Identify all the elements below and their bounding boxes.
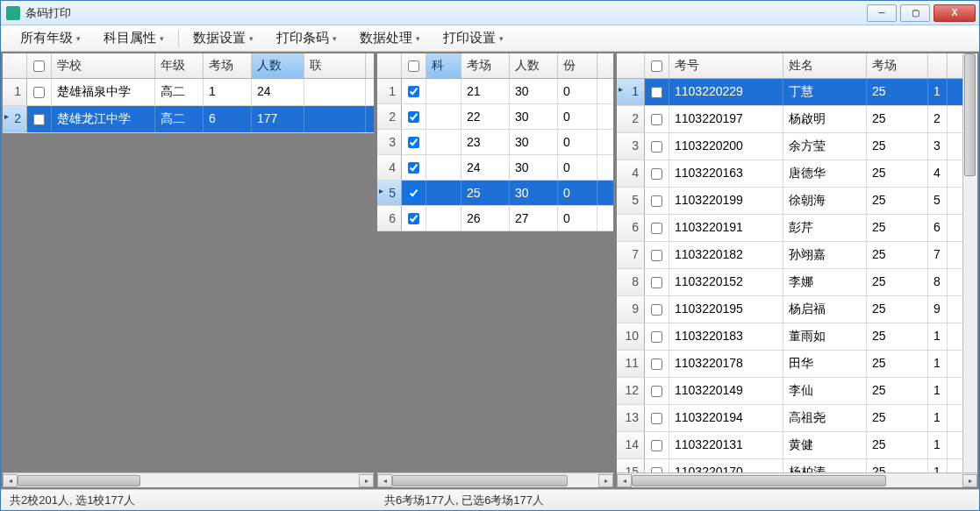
row-checkbox[interactable] [408, 188, 419, 199]
row-checkbox[interactable] [651, 223, 662, 234]
scroll-left-button[interactable]: ◂ [3, 474, 18, 487]
table-row[interactable]: 323300 [377, 130, 613, 155]
h-scrollbar[interactable]: ◂ ▸ [3, 472, 374, 487]
row-checkbox[interactable] [651, 413, 662, 424]
row-checkbox[interactable] [651, 87, 662, 98]
row-checkbox[interactable] [651, 195, 662, 207]
checkbox-cell[interactable] [645, 351, 669, 377]
column-header[interactable] [617, 53, 645, 78]
row-checkbox[interactable] [408, 111, 419, 123]
column-header[interactable] [645, 53, 669, 78]
checkbox-cell[interactable] [645, 160, 669, 187]
column-header[interactable]: 份 [558, 53, 597, 78]
column-header[interactable]: 考场 [867, 53, 928, 78]
checkbox-cell[interactable] [645, 432, 669, 458]
table-row[interactable]: 151103220170杨柏涛251 [617, 459, 962, 472]
row-checkbox[interactable] [651, 250, 662, 261]
menu-print-barcode[interactable]: 打印条码▾ [266, 26, 347, 50]
column-header[interactable]: 科 [426, 53, 461, 78]
scroll-thumb[interactable] [632, 475, 886, 486]
table-row[interactable]: 41103220163唐德华254 [617, 160, 962, 188]
menu-data-process[interactable]: 数据处理▾ [349, 26, 431, 50]
table-row[interactable]: 81103220152李娜258 [617, 269, 962, 296]
select-all-checkbox[interactable] [408, 60, 419, 72]
scroll-right-button[interactable]: ▸ [359, 474, 374, 487]
table-row[interactable]: 31103220200余方莹253 [617, 133, 962, 160]
scroll-thumb[interactable] [392, 475, 568, 486]
table-row[interactable]: 111103220178田华251 [617, 351, 962, 378]
scroll-left-button[interactable]: ◂ [617, 474, 632, 487]
row-checkbox[interactable] [408, 137, 419, 148]
row-checkbox[interactable] [651, 331, 662, 343]
table-row[interactable]: 21103220197杨啟明252 [617, 106, 962, 133]
h-scrollbar[interactable]: ◂ ▸ [617, 472, 977, 487]
row-checkbox[interactable] [651, 440, 662, 451]
row-checkbox[interactable] [651, 277, 662, 288]
column-header[interactable]: 联 [304, 53, 366, 78]
checkbox-cell[interactable] [402, 79, 426, 103]
select-all-checkbox[interactable] [651, 60, 662, 72]
scroll-right-button[interactable]: ▸ [598, 474, 613, 487]
scroll-left-button[interactable]: ◂ [377, 474, 392, 487]
maximize-button[interactable]: ▢ [900, 4, 930, 22]
table-row[interactable]: 141103220131黄健251 [617, 432, 962, 459]
table-row[interactable]: 11103220229丁慧251 [617, 79, 962, 106]
checkbox-cell[interactable] [645, 323, 669, 350]
row-checkbox[interactable] [651, 386, 662, 397]
checkbox-cell[interactable] [402, 206, 426, 231]
checkbox-cell[interactable] [645, 188, 669, 214]
table-row[interactable]: 121300 [377, 79, 613, 104]
row-checkbox[interactable] [408, 162, 419, 174]
table-row[interactable]: 51103220199徐朝海255 [617, 188, 962, 215]
checkbox-cell[interactable] [645, 378, 669, 404]
column-header[interactable] [402, 53, 426, 78]
table-row[interactable]: 1楚雄福泉中学高二124 [3, 79, 374, 106]
scroll-right-button[interactable]: ▸ [962, 474, 977, 487]
column-header[interactable]: 考场 [204, 53, 252, 78]
row-checkbox[interactable] [651, 168, 662, 180]
row-checkbox[interactable] [651, 304, 662, 316]
column-header[interactable]: 年级 [155, 53, 204, 78]
checkbox-cell[interactable] [402, 104, 426, 129]
table-row[interactable]: 121103220149李仙251 [617, 378, 962, 405]
checkbox-cell[interactable] [645, 79, 669, 105]
row-checkbox[interactable] [651, 358, 662, 370]
checkbox-cell[interactable] [645, 106, 669, 132]
column-header[interactable] [27, 53, 52, 78]
checkbox-cell[interactable] [27, 79, 52, 105]
h-scrollbar[interactable]: ◂ ▸ [377, 472, 613, 487]
menu-subject-attr[interactable]: 科目属性▾ [93, 26, 175, 50]
row-checkbox[interactable] [33, 114, 45, 125]
scroll-thumb[interactable] [18, 475, 140, 486]
row-checkbox[interactable] [651, 141, 662, 153]
menu-data-settings[interactable]: 数据设置▾ [182, 26, 264, 50]
checkbox-cell[interactable] [645, 459, 669, 472]
table-row[interactable]: 222300 [377, 104, 613, 130]
checkbox-cell[interactable] [27, 106, 52, 132]
column-header[interactable]: 学校 [52, 53, 155, 78]
column-header[interactable] [377, 53, 402, 78]
table-row[interactable]: 101103220183董雨如251 [617, 323, 962, 351]
minimize-button[interactable]: ─ [867, 4, 897, 22]
column-header[interactable] [928, 53, 948, 78]
column-header[interactable]: 姓名 [783, 53, 867, 78]
column-header[interactable]: 考号 [669, 53, 783, 78]
table-row[interactable]: 525300 [377, 181, 613, 206]
checkbox-cell[interactable] [645, 215, 669, 241]
checkbox-cell[interactable] [645, 405, 669, 431]
table-row[interactable]: 131103220194高祖尧251 [617, 405, 962, 432]
checkbox-cell[interactable] [402, 130, 426, 154]
checkbox-cell[interactable] [645, 269, 669, 295]
table-row[interactable]: 61103220191彭芹256 [617, 215, 962, 242]
menu-print-settings[interactable]: 打印设置▾ [433, 26, 514, 50]
column-header[interactable]: 考场 [461, 53, 510, 78]
row-checkbox[interactable] [408, 213, 419, 224]
menu-all-grades[interactable]: 所有年级▾ [10, 26, 91, 50]
v-scrollbar[interactable] [962, 53, 977, 472]
row-checkbox[interactable] [408, 86, 419, 97]
column-header[interactable]: 人数 [510, 53, 558, 78]
checkbox-cell[interactable] [645, 296, 669, 323]
table-row[interactable]: 424300 [377, 155, 613, 181]
column-header[interactable]: 人数 [252, 53, 304, 78]
column-header[interactable] [3, 53, 27, 78]
